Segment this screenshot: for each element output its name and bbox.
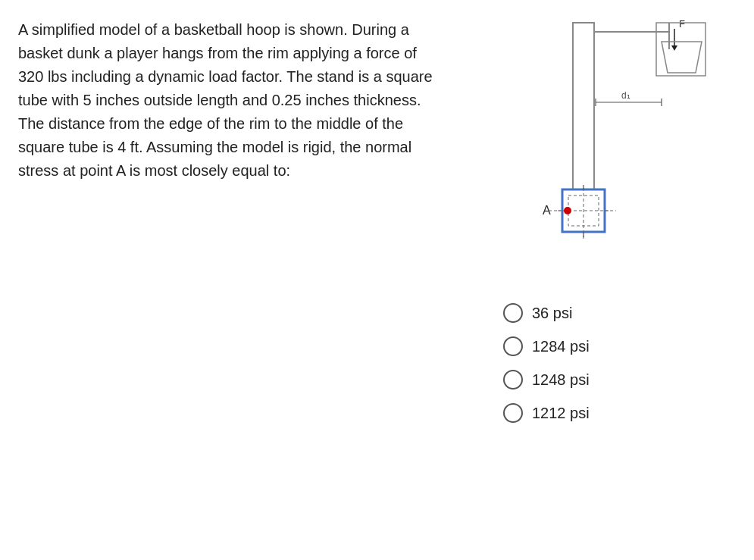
option-3[interactable]: 1248 psi [503,370,590,389]
option-2-label: 1284 psi [532,338,590,355]
right-panel: F d₁ [458,15,736,423]
option-4[interactable]: 1212 psi [503,403,590,423]
option-1-label: 36 psi [532,305,572,322]
f-label: F [679,18,685,30]
radio-1[interactable] [503,303,523,323]
svg-point-14 [564,207,571,214]
left-panel: A simplified model of a basketball hoop … [18,15,443,423]
radio-4[interactable] [503,403,523,423]
radio-3[interactable] [503,370,523,389]
diagram-area: F d₁ [476,15,718,280]
option-3-label: 1248 psi [532,371,590,389]
svg-marker-9 [662,42,702,73]
radio-2[interactable] [503,336,523,356]
svg-rect-0 [573,23,594,189]
option-2[interactable]: 1284 psi [503,336,590,356]
svg-rect-8 [656,23,706,76]
basketball-hoop-diagram: F d₁ [476,15,718,280]
problem-text: A simplified model of a basketball hoop … [18,18,443,183]
svg-marker-4 [671,45,677,51]
d1-label: d₁ [621,90,630,101]
answer-options: 36 psi 1284 psi 1248 psi 1212 psi [503,303,590,423]
main-content: A simplified model of a basketball hoop … [18,15,736,423]
option-1[interactable]: 36 psi [503,303,590,323]
option-4-label: 1212 psi [532,405,590,422]
